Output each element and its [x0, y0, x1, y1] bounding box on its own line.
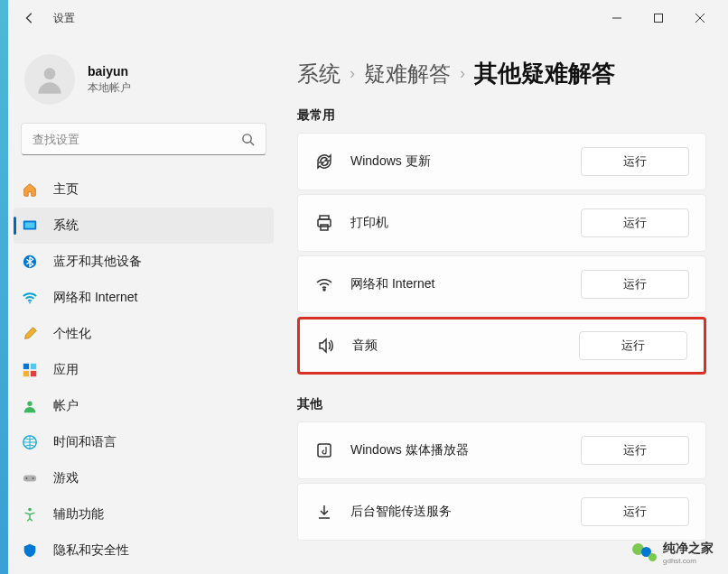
close-button[interactable]	[679, 4, 721, 32]
svg-line-6	[250, 142, 254, 145]
troubleshooter-label: Windows 更新	[350, 153, 581, 170]
maximize-button[interactable]	[638, 4, 679, 32]
system-icon	[21, 217, 39, 235]
watermark-text: 纯净之家	[663, 541, 714, 557]
sidebar-item-label: 帐户	[53, 398, 79, 414]
svg-rect-17	[23, 475, 36, 481]
music-note-icon	[314, 440, 334, 460]
breadcrumb: 系统 › 疑难解答 › 其他疑难解答	[297, 58, 706, 89]
section-most-used: 最常用	[297, 107, 706, 124]
sidebar-item-accounts[interactable]: 帐户	[8, 388, 279, 424]
username: baiyun	[88, 64, 131, 79]
page-title: 其他疑难解答	[474, 58, 615, 89]
sidebar-item-network[interactable]: 网络和 Internet	[8, 280, 279, 316]
sidebar-item-home[interactable]: 主页	[8, 171, 279, 208]
svg-rect-23	[321, 225, 328, 230]
troubleshooter-label: 打印机	[350, 215, 581, 231]
svg-rect-12	[31, 364, 36, 369]
troubleshooter-label: 网络和 Internet	[350, 276, 581, 292]
window-title: 设置	[53, 11, 75, 26]
sidebar-item-privacy[interactable]: 隐私和安全性	[8, 532, 279, 569]
run-button[interactable]: 运行	[579, 331, 687, 360]
update-icon	[314, 152, 334, 171]
run-button[interactable]: 运行	[581, 497, 689, 526]
apps-icon	[21, 361, 39, 379]
section-other: 其他	[297, 396, 706, 412]
run-button[interactable]: 运行	[581, 147, 689, 176]
svg-rect-1	[655, 14, 663, 23]
troubleshooter-bits: 后台智能传送服务 运行	[297, 483, 706, 541]
shield-icon	[21, 542, 39, 560]
svg-point-20	[28, 508, 32, 512]
brush-icon	[21, 325, 39, 343]
sidebar-item-label: 应用	[53, 362, 79, 378]
minimize-button[interactable]	[596, 4, 638, 32]
accessibility-icon	[21, 505, 39, 523]
profile-section[interactable]: baiyun 本地帐户	[8, 45, 279, 123]
svg-point-24	[323, 289, 325, 291]
speaker-icon	[316, 336, 336, 356]
sidebar-item-label: 时间和语言	[53, 434, 117, 450]
sidebar-item-label: 主页	[53, 181, 79, 198]
sidebar-item-label: 游戏	[53, 470, 79, 486]
troubleshooter-network: 网络和 Internet 运行	[297, 255, 706, 313]
wifi-icon	[314, 274, 334, 294]
printer-icon	[314, 213, 334, 233]
svg-point-19	[33, 477, 34, 479]
sidebar-item-gaming[interactable]: 游戏	[8, 460, 279, 496]
avatar	[24, 54, 75, 105]
svg-rect-14	[31, 371, 36, 376]
search-field[interactable]	[33, 133, 241, 146]
globe-clock-icon	[21, 433, 39, 451]
download-icon	[314, 502, 334, 522]
troubleshooter-label: Windows 媒体播放器	[350, 442, 581, 458]
svg-rect-11	[23, 364, 29, 369]
troubleshooter-label: 音频	[352, 338, 579, 354]
wifi-icon	[21, 289, 39, 307]
search-input[interactable]	[21, 123, 266, 155]
troubleshooter-windows-update: Windows 更新 运行	[297, 133, 706, 190]
troubleshooter-label: 后台智能传送服务	[350, 504, 581, 520]
sidebar-item-label: 隐私和安全性	[53, 542, 129, 559]
sidebar-item-label: 网络和 Internet	[53, 290, 137, 306]
sidebar-item-apps[interactable]: 应用	[8, 352, 279, 388]
svg-rect-13	[23, 371, 29, 376]
svg-rect-22	[318, 219, 331, 227]
watermark-sub: gdhst.com	[663, 557, 714, 565]
sidebar-item-accessibility[interactable]: 辅助功能	[8, 496, 279, 532]
troubleshooter-printer: 打印机 运行	[297, 194, 706, 252]
run-button[interactable]: 运行	[581, 436, 689, 465]
sidebar-item-time-language[interactable]: 时间和语言	[8, 424, 279, 460]
troubleshooter-media-player: Windows 媒体播放器 运行	[297, 421, 706, 479]
sidebar-item-bluetooth[interactable]: 蓝牙和其他设备	[8, 244, 279, 280]
svg-rect-8	[25, 222, 35, 227]
run-button[interactable]: 运行	[581, 208, 689, 237]
svg-point-10	[29, 302, 31, 304]
bluetooth-icon	[21, 253, 39, 271]
search-icon	[241, 133, 255, 146]
sidebar-item-label: 个性化	[53, 326, 91, 342]
sidebar-item-label: 辅助功能	[53, 506, 104, 523]
troubleshooter-audio: 音频 运行	[297, 317, 706, 375]
account-type: 本地帐户	[88, 80, 131, 96]
run-button[interactable]: 运行	[581, 270, 689, 299]
svg-point-15	[27, 402, 32, 406]
person-icon	[21, 397, 39, 415]
sidebar-item-personalization[interactable]: 个性化	[8, 316, 279, 352]
chevron-right-icon: ›	[460, 64, 465, 83]
gamepad-icon	[21, 469, 39, 487]
breadcrumb-troubleshoot[interactable]: 疑难解答	[364, 60, 451, 88]
sidebar-item-label: 蓝牙和其他设备	[53, 254, 142, 270]
svg-point-4	[44, 68, 56, 79]
home-icon	[21, 181, 39, 199]
back-button[interactable]	[15, 4, 44, 32]
watermark: 纯净之家 gdhst.com	[632, 541, 714, 565]
svg-point-5	[243, 134, 251, 142]
sidebar-item-system[interactable]: 系统	[14, 208, 274, 244]
breadcrumb-system[interactable]: 系统	[297, 60, 341, 88]
sidebar-item-label: 系统	[53, 218, 79, 234]
chevron-right-icon: ›	[350, 64, 355, 83]
svg-point-18	[26, 477, 28, 479]
